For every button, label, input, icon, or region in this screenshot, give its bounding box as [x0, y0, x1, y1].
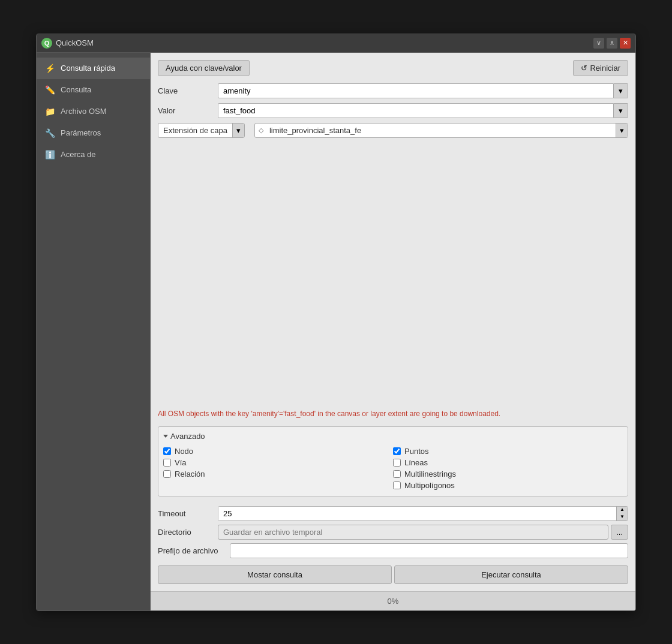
progress-bar-area: 0% [151, 591, 635, 610]
progress-value: 0% [388, 597, 399, 606]
content-inner: Ayuda con clave/valor ↺ Reiniciar Clave … [151, 53, 635, 591]
relacion-checkbox[interactable] [163, 470, 171, 478]
checkbox-multilinestrings: Multilinestrings [393, 468, 623, 480]
folder-icon: 📁 [44, 106, 56, 118]
pencil-icon: ✏️ [44, 84, 56, 96]
extent-arrow-icon: ▾ [232, 124, 244, 137]
sidebar-label-consulta-rapida: Consulta rápida [61, 64, 115, 73]
sidebar-item-acerca-de[interactable]: ℹ️ Acerca de [37, 144, 150, 165]
bottom-buttons: Mostar consulta Ejecutar consulta [158, 565, 628, 584]
sidebar-label-parametros: Parámetros [61, 128, 101, 137]
valor-label: Valor [158, 106, 218, 115]
valor-input-wrap: ▾ [218, 103, 628, 118]
clave-label: Clave [158, 86, 218, 95]
advanced-grid: Nodo Vía Relación [163, 446, 623, 491]
content-area: Ayuda con clave/valor ↺ Reiniciar Clave … [151, 53, 635, 610]
multipoligonos-label: Multipolígonos [404, 481, 455, 490]
valor-dropdown-icon: ▾ [619, 106, 623, 115]
extent-select[interactable]: Extensión de capa ▾ [158, 123, 245, 138]
checkbox-via: Vía [163, 457, 393, 468]
lineas-checkbox[interactable] [393, 459, 401, 467]
checkbox-relacion: Relación [163, 468, 393, 480]
ejecutar-button[interactable]: Ejecutar consulta [394, 565, 628, 584]
clave-dropdown-icon: ▾ [619, 86, 623, 95]
timeout-input[interactable] [218, 507, 616, 520]
directorio-input[interactable] [218, 525, 608, 540]
window-title: QuickOSM [56, 38, 94, 47]
relacion-label: Relación [175, 470, 205, 479]
nodo-label: Nodo [175, 447, 193, 456]
timeout-label: Timeout [158, 509, 218, 518]
titlebar: Q QuickOSM ∨ ∧ ✕ [37, 34, 635, 53]
clave-dropdown-button[interactable]: ▾ [614, 83, 628, 98]
titlebar-controls: ∨ ∧ ✕ [593, 38, 631, 49]
prefix-row: Prefijo de archivo [158, 543, 628, 558]
sidebar-item-consulta-rapida[interactable]: ⚡ Consulta rápida [37, 58, 150, 79]
timeout-up-button[interactable]: ▲ [617, 507, 628, 514]
multilinestrings-label: Multilinestrings [404, 470, 456, 479]
timeout-spinner: ▲ ▼ [616, 507, 628, 520]
advanced-section: Avanzado Nodo Vía [158, 426, 628, 496]
valor-row: Valor ▾ [158, 103, 628, 118]
multilinestrings-checkbox[interactable] [393, 470, 401, 478]
checkbox-lineas: Líneas [393, 457, 623, 468]
app-icon: Q [41, 38, 52, 49]
clave-input[interactable] [218, 83, 614, 98]
directorio-label: Directorio [158, 528, 218, 537]
minimize-button[interactable]: ∨ [593, 38, 604, 49]
sidebar-item-archivo-osm[interactable]: 📁 Archivo OSM [37, 101, 150, 122]
reiniciar-button[interactable]: ↺ Reiniciar [573, 60, 628, 76]
sidebar-item-parametros[interactable]: 🔧 Parámetros [37, 122, 150, 144]
sidebar-label-consulta: Consulta [61, 85, 91, 94]
top-bar: Ayuda con clave/valor ↺ Reiniciar [158, 60, 628, 76]
sidebar: ⚡ Consulta rápida ✏️ Consulta 📁 Archivo … [37, 53, 151, 610]
main-content: ⚡ Consulta rápida ✏️ Consulta 📁 Archivo … [37, 53, 635, 610]
advanced-collapse-icon [163, 435, 168, 438]
bolt-icon: ⚡ [44, 62, 56, 74]
valor-dropdown-button[interactable]: ▾ [614, 103, 628, 118]
info-icon: ℹ️ [44, 149, 56, 161]
sidebar-label-archivo-osm: Archivo OSM [61, 107, 107, 116]
close-button[interactable]: ✕ [620, 38, 631, 49]
sidebar-item-consulta[interactable]: ✏️ Consulta [37, 79, 150, 101]
nodo-checkbox[interactable] [163, 447, 171, 455]
clave-input-wrap: ▾ [218, 83, 628, 98]
checkbox-nodo: Nodo [163, 446, 393, 457]
clave-row: Clave ▾ [158, 83, 628, 98]
directorio-input-wrap: ... [218, 525, 628, 540]
extent-label: Extensión de capa [158, 124, 232, 137]
multipoligonos-checkbox[interactable] [393, 482, 401, 489]
layer-select[interactable]: ◇ limite_provincial_stanta_fe ▾ [254, 123, 628, 138]
advanced-label: Avanzado [170, 432, 205, 441]
timeout-down-button[interactable]: ▼ [617, 513, 628, 520]
via-label: Vía [175, 458, 187, 467]
advanced-right-col: Puntos Líneas Multilinestrings [393, 446, 623, 491]
help-button[interactable]: Ayuda con clave/valor [158, 60, 250, 76]
sidebar-label-acerca-de: Acerca de [61, 150, 96, 159]
directorio-row: Directorio ... [158, 525, 628, 540]
layer-value: limite_provincial_stanta_fe [267, 124, 616, 137]
advanced-left-col: Nodo Vía Relación [163, 446, 393, 491]
prefix-input[interactable] [230, 543, 628, 558]
via-checkbox[interactable] [163, 459, 171, 467]
content-spacer [158, 145, 628, 409]
lineas-label: Líneas [404, 458, 428, 467]
puntos-checkbox[interactable] [393, 447, 401, 455]
layer-icon: ◇ [255, 124, 267, 137]
maximize-button[interactable]: ∧ [607, 38, 617, 49]
timeout-input-wrap: ▲ ▼ [218, 506, 628, 521]
reiniciar-label: Reiniciar [590, 64, 620, 73]
mostrar-button[interactable]: Mostar consulta [158, 565, 392, 584]
valor-input[interactable] [218, 103, 614, 118]
extent-row: Extensión de capa ▾ ◇ limite_provincial_… [158, 123, 628, 138]
reiniciar-icon: ↺ [581, 64, 587, 73]
checkbox-puntos: Puntos [393, 446, 623, 457]
puntos-label: Puntos [404, 447, 428, 456]
layer-arrow-icon: ▾ [616, 124, 628, 137]
prefix-label: Prefijo de archivo [158, 546, 230, 555]
wrench-icon: 🔧 [44, 127, 56, 139]
advanced-header[interactable]: Avanzado [163, 432, 623, 441]
directorio-browse-button[interactable]: ... [611, 525, 628, 540]
info-text: All OSM objects with the key 'amenity'='… [158, 409, 628, 419]
checkbox-multipoligonos: Multipolígonos [393, 480, 623, 491]
